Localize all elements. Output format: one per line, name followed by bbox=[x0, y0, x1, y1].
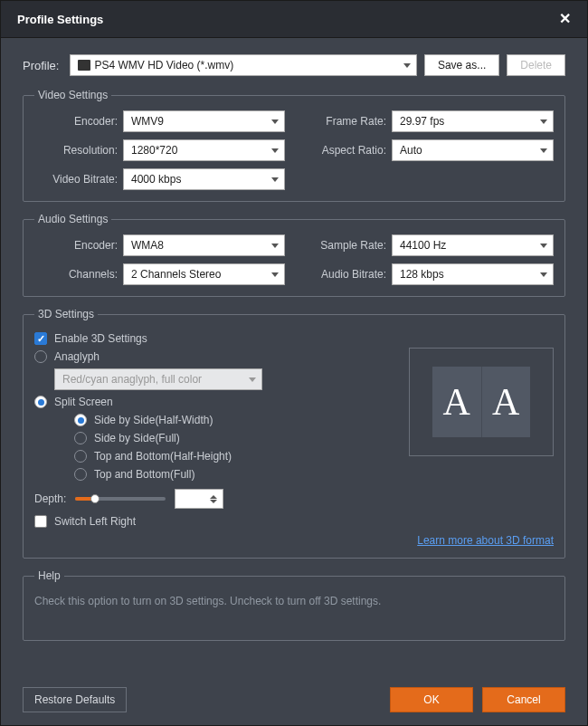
profile-format-icon bbox=[78, 60, 90, 71]
channels-select[interactable]: 2 Channels Stereo bbox=[123, 263, 285, 285]
preview-left: A bbox=[432, 367, 482, 437]
footer: Restore Defaults OK Cancel bbox=[23, 682, 565, 712]
tab-full-label: Top and Bottom(Full) bbox=[94, 468, 194, 481]
resolution-select[interactable]: 1280*720 bbox=[123, 139, 285, 161]
video-legend: Video Settings bbox=[34, 89, 111, 101]
depth-label: Depth: bbox=[34, 492, 66, 505]
learn-more-link[interactable]: Learn more about 3D format bbox=[417, 534, 554, 547]
sbs-half-row[interactable]: Side by Side(Half-Width) bbox=[34, 411, 396, 429]
samplerate-label: Sample Rate: bbox=[303, 239, 386, 252]
switch-lr-label: Switch Left Right bbox=[54, 515, 136, 528]
depth-spinner[interactable] bbox=[175, 489, 223, 509]
audio-bitrate-label: Audio Bitrate: bbox=[303, 268, 386, 281]
tab-full-radio[interactable] bbox=[74, 468, 87, 481]
framerate-select[interactable]: 29.97 fps bbox=[392, 110, 554, 132]
titlebar: Profile Settings ✕ bbox=[1, 1, 587, 38]
help-text: Check this option to turn on 3D settings… bbox=[34, 591, 554, 629]
enable-3d-checkbox[interactable]: ✓ bbox=[34, 332, 47, 345]
video-encoder-select[interactable]: WMV9 bbox=[123, 110, 285, 132]
restore-defaults-button[interactable]: Restore Defaults bbox=[23, 687, 127, 712]
anaglyph-row[interactable]: Anaglyph bbox=[34, 348, 396, 366]
audio-encoder-select[interactable]: WMA8 bbox=[123, 234, 285, 256]
resolution-label: Resolution: bbox=[34, 144, 118, 157]
tab-half-label: Top and Bottom(Half-Height) bbox=[94, 450, 232, 463]
audio-settings-group: Audio Settings Encoder: WMA8 Sample Rate… bbox=[23, 213, 565, 297]
ok-button[interactable]: OK bbox=[390, 687, 473, 712]
aspect-label: Aspect Ratio: bbox=[303, 144, 386, 157]
delete-button: Delete bbox=[507, 54, 565, 76]
profile-row: Profile: PS4 WMV HD Video (*.wmv) Save a… bbox=[23, 54, 565, 76]
framerate-label: Frame Rate: bbox=[303, 115, 386, 128]
anaglyph-label: Anaglyph bbox=[54, 350, 100, 363]
audio-legend: Audio Settings bbox=[34, 213, 111, 225]
tab-full-row[interactable]: Top and Bottom(Full) bbox=[34, 465, 396, 483]
sbs-half-radio[interactable] bbox=[74, 414, 87, 426]
switch-lr-checkbox[interactable] bbox=[34, 515, 47, 528]
split-screen-label: Split Screen bbox=[54, 396, 113, 408]
cancel-button[interactable]: Cancel bbox=[482, 687, 565, 712]
video-encoder-label: Encoder: bbox=[34, 115, 118, 128]
video-settings-group: Video Settings Encoder: WMV9 Frame Rate:… bbox=[23, 89, 565, 202]
preview-right: A bbox=[482, 367, 531, 437]
aspect-select[interactable]: Auto bbox=[392, 139, 554, 161]
window-body: Profile: PS4 WMV HD Video (*.wmv) Save a… bbox=[1, 38, 587, 725]
3d-legend: 3D Settings bbox=[34, 308, 98, 320]
audio-encoder-label: Encoder: bbox=[34, 239, 118, 252]
profile-label: Profile: bbox=[23, 59, 59, 72]
close-icon[interactable]: ✕ bbox=[559, 12, 571, 26]
save-as-button[interactable]: Save as... bbox=[424, 54, 499, 76]
depth-slider[interactable] bbox=[75, 490, 166, 508]
split-screen-row[interactable]: Split Screen bbox=[34, 393, 396, 411]
tab-half-radio[interactable] bbox=[74, 450, 87, 463]
sbs-full-label: Side by Side(Full) bbox=[94, 432, 180, 444]
profile-select[interactable]: PS4 WMV HD Video (*.wmv) bbox=[70, 54, 416, 76]
3d-preview: A A bbox=[409, 348, 554, 456]
help-group: Help Check this option to turn on 3D set… bbox=[23, 569, 565, 641]
sbs-full-radio[interactable] bbox=[74, 432, 87, 444]
video-bitrate-label: Video Bitrate: bbox=[34, 173, 118, 186]
split-screen-radio[interactable] bbox=[34, 396, 47, 408]
profile-value: PS4 WMV HD Video (*.wmv) bbox=[94, 59, 233, 72]
samplerate-select[interactable]: 44100 Hz bbox=[392, 234, 554, 256]
window-title: Profile Settings bbox=[17, 13, 103, 26]
3d-settings-group: 3D Settings ✓ Enable 3D Settings Anaglyp… bbox=[23, 308, 565, 559]
anaglyph-mode-select: Red/cyan anaglyph, full color bbox=[54, 368, 262, 390]
switch-lr-row[interactable]: Switch Left Right bbox=[34, 512, 396, 530]
enable-3d-row[interactable]: ✓ Enable 3D Settings bbox=[34, 330, 396, 348]
tab-half-row[interactable]: Top and Bottom(Half-Height) bbox=[34, 447, 396, 465]
enable-3d-label: Enable 3D Settings bbox=[54, 332, 147, 345]
sbs-half-label: Side by Side(Half-Width) bbox=[94, 414, 213, 426]
video-bitrate-select[interactable]: 4000 kbps bbox=[123, 168, 285, 190]
help-legend: Help bbox=[34, 569, 64, 582]
anaglyph-radio[interactable] bbox=[34, 350, 47, 363]
channels-label: Channels: bbox=[34, 268, 118, 281]
audio-bitrate-select[interactable]: 128 kbps bbox=[392, 263, 554, 285]
profile-settings-window: Profile Settings ✕ Profile: PS4 WMV HD V… bbox=[0, 0, 588, 726]
sbs-full-row[interactable]: Side by Side(Full) bbox=[34, 429, 396, 447]
